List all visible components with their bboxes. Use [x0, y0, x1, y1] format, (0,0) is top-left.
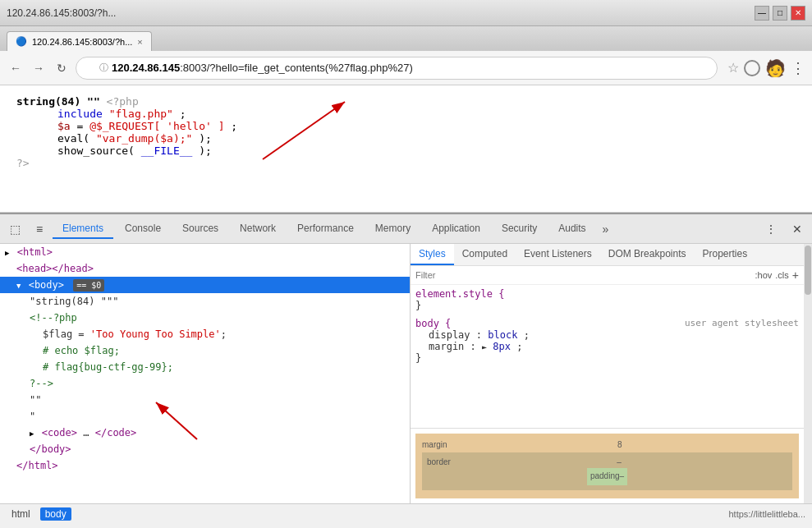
- code-include: include "flag.php" ;: [16, 108, 796, 120]
- minimize-button[interactable]: —: [755, 6, 769, 21]
- box-model-padding: padding –: [587, 468, 627, 485]
- user-agent-source: user agent stylesheet: [685, 318, 799, 328]
- add-style-button[interactable]: +: [792, 269, 799, 282]
- padding-val: –: [620, 471, 625, 480]
- style-filter-input[interactable]: [415, 270, 755, 280]
- window-controls: — □ ✕: [755, 6, 805, 21]
- style-prop-margin: margin : ► 8px ;: [429, 341, 799, 352]
- page-wrapper: string(84) "" <?php include "flag.php" ;…: [0, 85, 812, 213]
- dom-body-badge: == $0: [73, 279, 104, 292]
- dom-string-text: "string(84) """: [0, 293, 410, 310]
- eval-close: );: [199, 132, 212, 145]
- browser-tab[interactable]: 🔵 120.24.86.145:8003/?h... ×: [7, 31, 152, 51]
- dom-echo-comment: # echo $flag;: [0, 342, 410, 359]
- style-rule-close2: }: [415, 352, 799, 364]
- string-flag-php: "flag.php": [109, 108, 173, 120]
- body-triangle[interactable]: ▼: [16, 282, 21, 290]
- class-filter-button[interactable]: .cls: [775, 270, 789, 280]
- tab-bar: 🔵 120.24.86.145:8003/?h... ×: [0, 26, 812, 51]
- reload-icon[interactable]: [744, 60, 760, 76]
- tab-performance[interactable]: Performance: [287, 219, 364, 239]
- devtools: ⬚ ≡ Elements Console Sources Network Per…: [0, 213, 812, 503]
- php-close-tag: ?>: [16, 157, 30, 169]
- tab-close-button[interactable]: ×: [137, 37, 142, 47]
- page-code: string(84) "" <?php include "flag.php" ;…: [16, 95, 796, 169]
- style-tab-properties[interactable]: Properties: [694, 244, 755, 265]
- tab-icon: 🔵: [16, 36, 27, 47]
- maximize-button[interactable]: □: [773, 6, 787, 21]
- request-call: @$_REQUEST[: [89, 120, 160, 132]
- url-path-text: :8003/?hello=file_get_contents(%27flag.p…: [180, 62, 413, 74]
- code-eval: eval( "var_dump($a);" );: [16, 132, 796, 145]
- title-bar: 120.24.86.145:8003/?h... — □ ✕: [0, 0, 812, 26]
- dom-body-close: </body>: [0, 441, 410, 457]
- devtools-settings-button[interactable]: ⋮: [759, 218, 782, 241]
- dom-head: <head></head>: [0, 260, 410, 277]
- style-selector-body-line: body { user agent stylesheet: [415, 318, 799, 329]
- forward-button[interactable]: →: [30, 59, 48, 77]
- padding-label: padding: [590, 471, 620, 480]
- devtools-close-button[interactable]: ✕: [786, 218, 809, 241]
- tab-memory[interactable]: Memory: [365, 219, 420, 239]
- status-url: https://littlelittleba...: [728, 509, 805, 519]
- tab-sources[interactable]: Sources: [172, 219, 228, 239]
- breadcrumb-bar: html body https://littlelittleba...: [0, 503, 812, 523]
- dom-empty-string2: ": [0, 408, 410, 425]
- tab-security[interactable]: Security: [492, 219, 547, 239]
- code-var-a: $a = @$_REQUEST[ 'hello' ] ;: [16, 120, 796, 132]
- style-tabs: Styles Computed Event Listeners DOM Brea…: [411, 244, 804, 266]
- device-toggle-button[interactable]: ≡: [28, 218, 51, 241]
- scroll-thumb[interactable]: [805, 246, 811, 295]
- tab-audits[interactable]: Audits: [548, 219, 595, 239]
- semicolon2: ;: [231, 120, 237, 132]
- tab-elements[interactable]: Elements: [53, 219, 113, 239]
- devtools-tab-bar: ⬚ ≡ Elements Console Sources Network Per…: [0, 214, 812, 244]
- dom-empty-string1: "": [0, 392, 410, 408]
- php-open-tag: <?php: [107, 95, 139, 108]
- style-rule-element: element.style { }: [415, 288, 799, 311]
- style-tab-styles[interactable]: Styles: [411, 244, 454, 265]
- bracket-close: ]: [218, 120, 225, 132]
- close-button[interactable]: ✕: [791, 6, 805, 21]
- hover-filter-button[interactable]: :hov: [755, 270, 773, 280]
- styles-scrollbar[interactable]: [804, 244, 812, 503]
- code-title-line: string(84) "" <?php: [16, 95, 796, 108]
- styles-content: element.style { } body { user agent styl…: [411, 285, 804, 428]
- code-close-tag: ?>: [16, 157, 796, 169]
- style-selector-element: element.style {: [415, 288, 799, 300]
- tab-application[interactable]: Application: [422, 219, 490, 239]
- user-icon[interactable]: 🧑: [765, 58, 786, 78]
- style-tab-dom-breakpoints[interactable]: DOM Breakpoints: [600, 244, 695, 265]
- devtools-body: ▶ <html> <head></head> ▼ <body> == $0 "s…: [0, 244, 812, 503]
- style-tab-computed[interactable]: Computed: [454, 244, 516, 265]
- refresh-button[interactable]: ↻: [53, 59, 71, 77]
- breadcrumb-html[interactable]: html: [7, 507, 35, 521]
- eval-func: eval(: [57, 132, 89, 145]
- style-rule-body: body { user agent stylesheet display : b…: [415, 318, 799, 364]
- address-bar: ← → ↻ ⓘ 120.24.86.145:8003/?hello=file_g…: [0, 51, 812, 85]
- dom-body-selected[interactable]: ▼ <body> == $0: [0, 277, 410, 293]
- tab-network[interactable]: Network: [230, 219, 286, 239]
- url-bar[interactable]: ⓘ 120.24.86.145:8003/?hello=file_get_con…: [76, 57, 718, 80]
- hello-key: 'hello': [167, 120, 212, 132]
- style-tab-event-listeners[interactable]: Event Listeners: [516, 244, 600, 265]
- dom-comment-close: ?-->: [0, 375, 410, 392]
- menu-button[interactable]: ⋮: [791, 59, 805, 77]
- style-filter-bar: :hov .cls +: [411, 266, 804, 285]
- bookmark-button[interactable]: ☆: [727, 60, 739, 76]
- inspect-element-button[interactable]: ⬚: [3, 218, 26, 241]
- box-model-border: border – padding –: [422, 452, 792, 490]
- page-content: string(84) "" <?php include "flag.php" ;…: [0, 85, 812, 213]
- keyword-include: include: [57, 108, 103, 120]
- tab-console[interactable]: Console: [115, 219, 171, 239]
- box-model: margin 8 border – padding: [411, 428, 804, 503]
- back-button[interactable]: ←: [7, 59, 25, 77]
- more-tabs-button[interactable]: »: [598, 219, 614, 239]
- dom-html-close: </html>: [0, 457, 410, 474]
- breadcrumb-body[interactable]: body: [40, 507, 71, 521]
- margin-val-top: 8: [617, 440, 622, 449]
- dom-code-element: ▶ <code> … </code>: [0, 425, 410, 441]
- tab-title: 120.24.86.145:8003/?h...: [32, 37, 132, 47]
- dom-flag-var: $flag = 'Too Young Too Simple';: [0, 326, 410, 342]
- show-source-close: );: [199, 145, 212, 157]
